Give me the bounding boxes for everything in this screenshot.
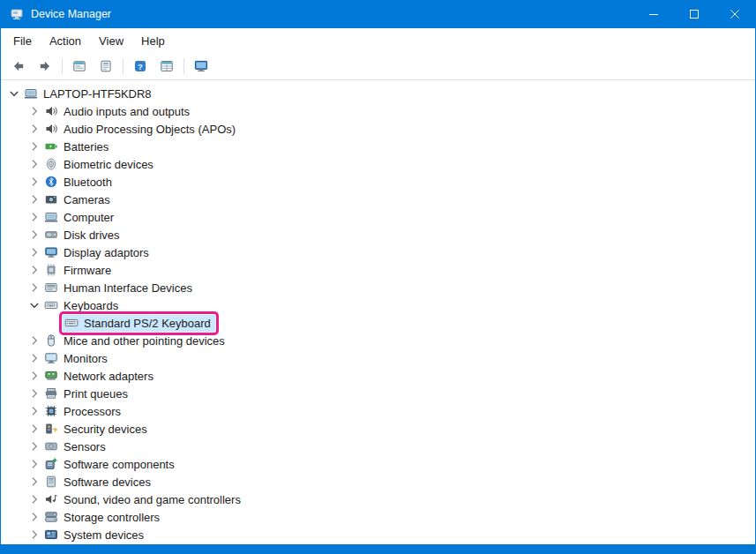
chevron-right-icon[interactable]: [26, 245, 42, 259]
chevron-right-icon[interactable]: [26, 439, 42, 453]
tree-item[interactable]: LAPTOP-HTF5KDR8: [1, 85, 755, 102]
tree-item[interactable]: Mice and other pointing devices: [1, 332, 755, 349]
chevron-right-icon[interactable]: [26, 475, 42, 489]
tree-item[interactable]: Human Interface Devices: [1, 279, 755, 296]
devices-list-button[interactable]: [153, 56, 180, 78]
menu-item-help[interactable]: Help: [132, 31, 174, 51]
minimize-button[interactable]: [633, 0, 674, 28]
chevron-right-icon[interactable]: [26, 510, 42, 524]
help-button[interactable]: ?: [127, 56, 153, 78]
tree-item-label: Firmware: [64, 264, 111, 277]
chevron-down-icon[interactable]: [6, 86, 22, 101]
device-list-icon: [160, 59, 174, 73]
tree-item[interactable]: Storage controllers: [1, 508, 755, 526]
chevron-right-icon[interactable]: [26, 386, 42, 401]
chevron-down-icon[interactable]: [26, 298, 42, 312]
chevron-right-icon[interactable]: [26, 122, 42, 136]
help-icon: ?: [133, 59, 147, 73]
chevron-right-icon[interactable]: [26, 263, 42, 277]
tree-item[interactable]: Disk drives: [1, 226, 755, 243]
tree-item-body: Firmware: [42, 262, 116, 279]
chevron-right-icon[interactable]: [26, 192, 42, 206]
network-icon: [44, 369, 58, 383]
disk-icon: [44, 228, 58, 242]
tree-item[interactable]: System devices: [1, 526, 755, 543]
toolbar-divider: [183, 58, 184, 74]
tree-item[interactable]: Audio inputs and outputs: [1, 102, 755, 120]
chevron-right-icon[interactable]: [26, 157, 42, 171]
chevron-right-icon[interactable]: [26, 369, 42, 383]
scan-icon: [194, 59, 208, 73]
tree-item-body: Processors: [42, 403, 125, 420]
chevron-right-icon[interactable]: [26, 422, 42, 436]
tree-item[interactable]: Audio Processing Objects (APOs): [1, 120, 755, 138]
tree-item[interactable]: Display adaptors: [1, 243, 755, 261]
tree-item-label: Monitors: [64, 352, 108, 365]
chevron-right-icon[interactable]: [26, 139, 42, 153]
menu-item-action[interactable]: Action: [41, 31, 90, 51]
tree-item-body: Network adapters: [42, 368, 158, 385]
back-button[interactable]: [5, 56, 32, 78]
tree-item[interactable]: Sensors: [1, 438, 755, 455]
tree-item-body: Security devices: [42, 421, 152, 438]
tree-item-label: Display adaptors: [64, 246, 149, 259]
tree-item[interactable]: Sound, video and game controllers: [1, 490, 755, 508]
tree-item[interactable]: Biometric devices: [1, 155, 755, 173]
tree-item-body: Keyboards: [42, 297, 123, 314]
chevron-right-icon[interactable]: [26, 175, 42, 189]
chevron-right-icon[interactable]: [26, 104, 42, 118]
back-icon: [11, 59, 26, 73]
properties-button[interactable]: [93, 56, 119, 78]
tree-item[interactable]: Keyboards: [1, 296, 755, 314]
tree-item[interactable]: Firmware: [1, 261, 755, 279]
tree-item-body: Disk drives: [42, 227, 124, 243]
window-title: Device Manager: [31, 8, 111, 20]
chevron-right-icon[interactable]: [26, 210, 42, 224]
tree-item-body: LAPTOP-HTF5KDR8: [22, 86, 156, 102]
tree-item[interactable]: Processors: [1, 402, 755, 420]
chevron-right-icon[interactable]: [26, 457, 42, 471]
chevron-right-icon[interactable]: [26, 351, 42, 365]
menu-item-view[interactable]: View: [90, 31, 132, 51]
chevron-right-icon[interactable]: [26, 528, 42, 542]
tree-item[interactable]: Security devices: [1, 420, 755, 438]
tree-item[interactable]: Bluetooth: [1, 173, 755, 191]
tree-item-label: Biometric devices: [64, 158, 153, 171]
tree-item-body: Computer: [42, 209, 118, 226]
sensor-icon: [44, 439, 58, 453]
chevron-right-icon[interactable]: [26, 333, 42, 348]
tree-item-label: Cameras: [64, 193, 110, 206]
tree-item[interactable]: Software devices: [1, 473, 755, 490]
maximize-button[interactable]: [674, 0, 715, 28]
tree-item[interactable]: Batteries: [1, 138, 755, 155]
close-button[interactable]: [715, 0, 755, 28]
tree-item[interactable]: Network adapters: [1, 367, 755, 385]
keyboard-icon: [64, 316, 79, 330]
tree-item[interactable]: Standard PS/2 Keyboard: [1, 314, 755, 332]
tree-item-label: System devices: [64, 528, 144, 542]
chevron-right-icon[interactable]: [26, 492, 42, 506]
tree-item[interactable]: Print queues: [1, 385, 755, 402]
tree-item-body: System devices: [42, 527, 148, 543]
chevron-right-icon[interactable]: [26, 228, 42, 242]
properties-icon: [99, 59, 113, 73]
show-console-tree-button[interactable]: [66, 56, 93, 78]
tree-item[interactable]: Monitors: [1, 349, 755, 367]
tree-item-label: Disk drives: [64, 228, 120, 242]
tree-item-body: Mice and other pointing devices: [42, 333, 229, 349]
tree-item-body: Print queues: [42, 386, 132, 402]
storage-icon: [44, 510, 58, 524]
scan-for-hardware-changes-button[interactable]: [188, 56, 214, 78]
chevron-right-icon[interactable]: [26, 281, 42, 295]
firmware-icon: [44, 263, 58, 277]
tree-item[interactable]: Software components: [1, 455, 755, 473]
keyboard-icon: [44, 298, 58, 312]
forward-button[interactable]: [32, 56, 58, 78]
forward-icon: [38, 59, 52, 73]
chevron-right-icon[interactable]: [26, 404, 42, 418]
toolbar: ?: [1, 53, 755, 80]
menu-item-file[interactable]: File: [4, 31, 41, 51]
tree-item[interactable]: Cameras: [1, 191, 755, 208]
tree-item[interactable]: Computer: [1, 208, 755, 226]
title-bar: Device Manager: [1, 0, 755, 28]
